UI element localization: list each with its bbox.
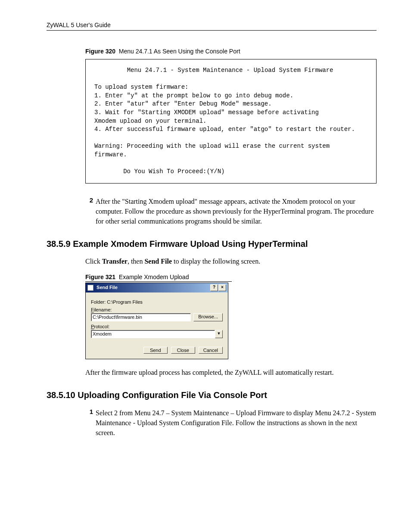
- step-2-number: 2: [85, 196, 93, 227]
- section-38-5-10-step-1: 1 Select 2 from Menu 24.7 – System Maint…: [85, 408, 377, 438]
- filename-input[interactable]: C:\Product\firmware.bin: [91, 313, 191, 321]
- figure-320-title: Menu 24.7.1 As Seen Using the Console Po…: [119, 48, 240, 55]
- dialog-title-text: Send File: [97, 285, 118, 290]
- help-icon[interactable]: ?: [210, 284, 218, 291]
- section-38-5-9-heading: 38.5.9 Example Xmodem Firmware Upload Us…: [47, 239, 377, 249]
- figure-321-caption: Figure 321 Example Xmodem Upload: [85, 274, 232, 282]
- page-header: ZyWALL 5 User's Guide: [47, 22, 377, 31]
- protocol-label: Protocol:: [91, 324, 223, 329]
- chevron-down-icon[interactable]: ▼: [215, 330, 223, 338]
- after-upload-text: After the firmware upload process has co…: [85, 368, 377, 377]
- figure-321-number: Figure 321: [85, 274, 115, 280]
- console-output-box: Menu 24.7.1 - System Maintenance - Uploa…: [85, 59, 377, 184]
- cancel-button[interactable]: Cancel: [199, 347, 223, 354]
- figure-320-number: Figure 320: [85, 48, 115, 55]
- step-2: 2 After the "Starting Xmodem upload" mes…: [85, 196, 377, 227]
- header-left: ZyWALL 5 User's Guide: [47, 22, 111, 28]
- dialog-icon: [87, 285, 93, 291]
- dialog-titlebar: Send File ? ×: [86, 283, 228, 292]
- send-button[interactable]: Send: [143, 347, 168, 354]
- protocol-select[interactable]: Xmodem: [91, 330, 215, 338]
- step-1-number: 1: [85, 408, 93, 438]
- step-1-text: Select 2 from Menu 24.7 – System Mainten…: [96, 408, 377, 438]
- figure-321-title: Example Xmodem Upload: [119, 274, 189, 280]
- figure-320-caption: Figure 320 Menu 24.7.1 As Seen Using the…: [85, 48, 377, 55]
- close-button[interactable]: Close: [171, 347, 195, 354]
- folder-label: Folder: C:\Program Files: [91, 299, 223, 305]
- browse-button[interactable]: Browse...: [193, 313, 223, 321]
- filename-label: Filename:: [91, 307, 223, 312]
- section-38-5-10-heading: 38.5.10 Uploading Configuration File Via…: [47, 390, 377, 400]
- send-file-dialog: Send File ? × Folder: C:\Program Files F…: [85, 283, 228, 359]
- step-2-text: After the "Starting Xmodem upload" messa…: [96, 196, 377, 227]
- close-icon[interactable]: ×: [218, 284, 226, 291]
- section-38-5-9-intro: Click Transfer, then Send File to displa…: [85, 257, 377, 266]
